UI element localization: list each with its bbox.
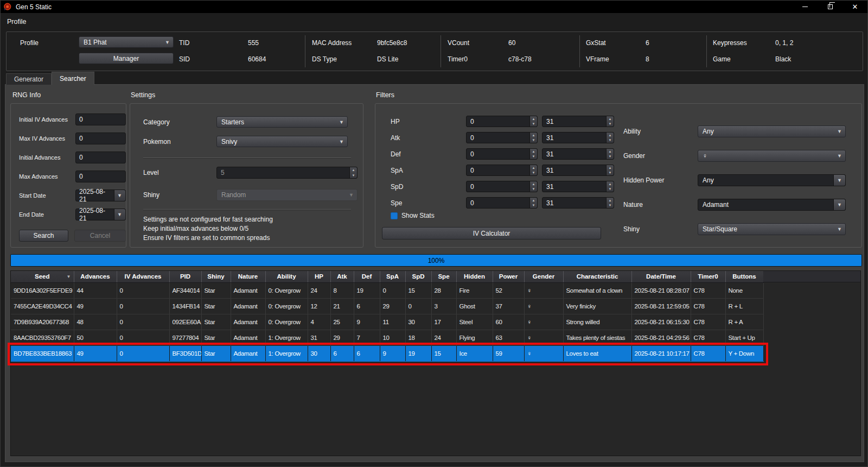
tab-searcher[interactable]: Searcher	[52, 72, 94, 85]
cell-atk[interactable]: 25	[330, 314, 354, 330]
cell-pid[interactable]: 1434FB14	[169, 298, 201, 314]
cell-hidden[interactable]: Flying	[456, 330, 493, 345]
spin-down-icon[interactable]: ▼	[530, 122, 537, 127]
cell-pid[interactable]: BF3D501D	[169, 345, 201, 361]
cell-advances[interactable]: 49	[74, 298, 117, 314]
spin-up-icon[interactable]: ▲	[607, 165, 614, 171]
cell-power[interactable]: 60	[493, 314, 524, 330]
cell-characteristic[interactable]: Takes plenty of siestas	[563, 330, 631, 345]
cell-pid[interactable]: AF344014	[169, 282, 201, 298]
cell-iv-advances[interactable]: 0	[117, 298, 169, 314]
col-header-timer0[interactable]: Timer0	[691, 271, 725, 282]
cell-shiny[interactable]: Star	[201, 298, 231, 314]
iv-min-spinbox[interactable]: 0 ▲ ▼	[466, 148, 538, 160]
spin-up-icon[interactable]: ▲	[530, 165, 537, 171]
cell-spd[interactable]: 30	[405, 314, 431, 330]
cell-spe[interactable]: 24	[431, 330, 456, 345]
cell-power[interactable]: 52	[493, 282, 524, 298]
spin-buttons[interactable]: ▲ ▼	[606, 181, 614, 192]
spin-up-icon[interactable]: ▲	[607, 149, 614, 154]
cell-shiny[interactable]: Star	[201, 314, 231, 330]
cell-hidden[interactable]: Fire	[456, 282, 493, 298]
iv-min-spinbox[interactable]: 0 ▲ ▼	[466, 181, 538, 192]
spin-up-icon[interactable]: ▲	[530, 149, 537, 154]
cell-spd[interactable]: 0	[405, 298, 431, 314]
dropdown-button[interactable]: ▼	[833, 199, 845, 210]
cell-iv-advances[interactable]: 0	[117, 314, 169, 330]
spin-down-icon[interactable]: ▼	[530, 138, 537, 143]
cell-seed[interactable]: 7D9B939A20677368	[11, 314, 74, 330]
col-header-characteristic[interactable]: Characteristic	[563, 271, 631, 282]
cell-advances[interactable]: 49	[74, 345, 117, 361]
cell-characteristic[interactable]: Strong willed	[563, 314, 631, 330]
col-header-hidden[interactable]: Hidden	[456, 271, 493, 282]
close-button[interactable]: ✕	[843, 1, 867, 13]
spin-up-icon[interactable]: ▲	[607, 198, 614, 203]
cell-seed[interactable]: BD7BE833BEB18863	[11, 345, 74, 361]
col-header-spa[interactable]: SpA	[380, 271, 405, 282]
cell-datetime[interactable]: 2025-08-21 04:29:56	[631, 330, 691, 345]
spin-buttons[interactable]: ▲ ▼	[529, 116, 537, 127]
col-header-buttons[interactable]: Buttons	[725, 271, 763, 282]
cell-spa[interactable]: 10	[380, 330, 405, 345]
cell-nature[interactable]: Adamant	[231, 282, 265, 298]
cell-gender[interactable]: ♀	[524, 345, 563, 361]
dropdown-button[interactable]: ▼	[833, 175, 845, 186]
cell-datetime[interactable]: 2025-08-21 12:59:05	[631, 298, 691, 314]
shiny-setting-select[interactable]: Random ▼	[216, 189, 358, 201]
cell-spa[interactable]: 0	[380, 282, 405, 298]
end-date-input[interactable]: 2025-08-21 ▼	[75, 209, 126, 220]
pokemon-select[interactable]: Snivy ▼	[216, 136, 348, 147]
cell-hidden[interactable]: Ghost	[456, 298, 493, 314]
cell-atk[interactable]: 8	[330, 282, 354, 298]
advances-input[interactable]: 0	[75, 171, 126, 182]
cell-shiny[interactable]: Star	[201, 330, 231, 345]
cell-advances[interactable]: 48	[74, 314, 117, 330]
advances-input[interactable]: 0	[75, 132, 126, 144]
spin-down-icon[interactable]: ▼	[607, 138, 614, 143]
cell-spe[interactable]: 3	[431, 298, 456, 314]
spin-buttons[interactable]: ▲ ▼	[529, 165, 537, 175]
col-header-hp[interactable]: HP	[308, 271, 330, 282]
col-header-gender[interactable]: Gender	[524, 271, 563, 282]
manager-button[interactable]: Manager	[79, 53, 174, 64]
cell-advances[interactable]: 44	[74, 282, 117, 298]
cell-hp[interactable]: 12	[308, 298, 330, 314]
cell-iv-advances[interactable]: 0	[117, 345, 169, 361]
spin-down-icon[interactable]: ▼	[530, 171, 537, 176]
spin-buttons[interactable]: ▲ ▼	[606, 149, 614, 159]
spin-up-icon[interactable]: ▲	[350, 167, 357, 173]
advances-input[interactable]: 0	[75, 113, 126, 125]
level-spinbox[interactable]: 5 ▲ ▼	[216, 167, 358, 179]
spin-buttons[interactable]: ▲ ▼	[606, 198, 614, 208]
cell-shiny[interactable]: Star	[201, 282, 231, 298]
tab-generator[interactable]: Generator	[6, 73, 52, 85]
spin-buttons[interactable]: ▲ ▼	[606, 132, 614, 143]
cell-spd[interactable]: 18	[405, 330, 431, 345]
cell-characteristic[interactable]: Loves to eat	[563, 345, 631, 361]
cell-seed[interactable]: 9DD16A302F5EFDE9	[11, 282, 74, 298]
cell-atk[interactable]: 21	[330, 298, 354, 314]
show-stats-checkbox[interactable]	[391, 212, 398, 219]
col-header-pid[interactable]: PID	[169, 271, 201, 282]
col-header-iv-advances[interactable]: IV Advances	[117, 271, 169, 282]
spin-buttons[interactable]: ▲ ▼	[529, 181, 537, 192]
menu-profile[interactable]: Profile	[1, 16, 33, 28]
calendar-dropdown-button[interactable]: ▼	[114, 209, 125, 220]
cell-spd[interactable]: 19	[405, 345, 431, 361]
cell-spe[interactable]: 17	[431, 314, 456, 330]
spin-down-icon[interactable]: ▼	[607, 122, 614, 127]
cell-spd[interactable]: 15	[405, 282, 431, 298]
cell-hidden[interactable]: Steel	[456, 314, 493, 330]
profile-select[interactable]: B1 Phat ▼	[79, 36, 174, 48]
spin-buttons[interactable]: ▲ ▼	[529, 149, 537, 159]
cell-timer0[interactable]: C78	[691, 282, 725, 298]
cell-nature[interactable]: Adamant	[231, 345, 265, 361]
col-header-spe[interactable]: Spe	[431, 271, 456, 282]
col-header-atk[interactable]: Atk	[330, 271, 354, 282]
cell-buttons[interactable]: None	[725, 282, 763, 298]
cell-ability[interactable]: 0: Overgrow	[265, 314, 308, 330]
cell-advances[interactable]: 50	[74, 330, 117, 345]
cell-gender[interactable]: ♀	[524, 330, 563, 345]
cell-characteristic[interactable]: Very finicky	[563, 298, 631, 314]
